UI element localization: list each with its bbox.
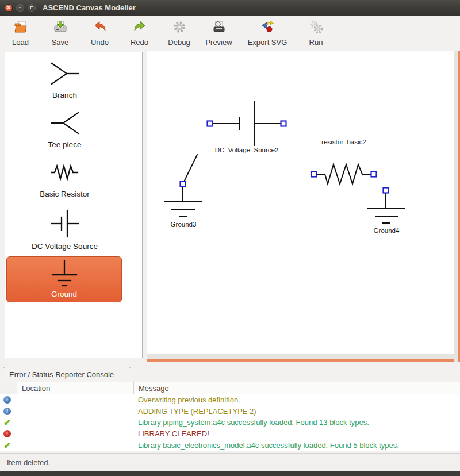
gears-icon: [309, 20, 324, 37]
open-folder-icon: [13, 20, 28, 37]
component-label: DC_Voltage_Source2: [204, 147, 290, 153]
console-table-header: Location Message: [0, 382, 460, 394]
palette-item-label: DC Voltage Source: [6, 242, 123, 251]
console-row[interactable]: ADDING TYPE (REPLACETYPE 2): [0, 406, 460, 417]
palette-item-label: Branch: [6, 91, 123, 99]
port[interactable]: [311, 172, 316, 177]
redo-label: Redo: [131, 38, 148, 47]
app-window: ✕ − ASCEND Canvas Modeller Load Save: [0, 0, 460, 476]
vertical-scrollbar-thumb[interactable]: [458, 51, 460, 362]
window-title: ASCEND Canvas Modeller: [43, 3, 136, 12]
tab-error-status-reporter-console[interactable]: Error / Status Reporter Console: [3, 367, 131, 382]
console-message-list: Overwriting previous definition. ADDING …: [0, 394, 460, 451]
resistor-symbol-icon: [51, 164, 79, 181]
save-drive-icon: [53, 20, 68, 37]
export-svg-label: Export SVG: [248, 38, 288, 47]
canvas-component-ground4[interactable]: [366, 187, 407, 227]
success-icon: [3, 442, 11, 449]
palette-item-ground[interactable]: Ground: [6, 256, 122, 302]
palette-item-basic-resistor[interactable]: Basic Resistor: [6, 164, 123, 198]
run-button[interactable]: Run: [300, 20, 332, 47]
console-message: LIBRARY CLEARED!: [138, 429, 209, 438]
redo-arrow-icon: [132, 20, 147, 37]
maximize-icon[interactable]: [28, 4, 36, 12]
undo-button[interactable]: Undo: [84, 20, 116, 47]
gear-icon: [172, 20, 187, 37]
console-row[interactable]: LIBRARY CLEARED!: [0, 428, 460, 440]
console-row[interactable]: Library piping_system.a4c successfully l…: [0, 417, 460, 428]
palette-item-label: Basic Resistor: [6, 190, 123, 198]
port[interactable]: [371, 172, 377, 177]
success-icon: [3, 419, 11, 426]
palette-item-tee-piece[interactable]: Tee piece: [6, 110, 123, 149]
palette-item-label: Ground: [7, 290, 121, 298]
redo-button[interactable]: Redo: [124, 20, 155, 47]
titlebar[interactable]: ✕ − ASCEND Canvas Modeller: [0, 0, 460, 16]
canvas-panel: DC_Voltage_Source2 resistor_basic2: [147, 51, 460, 363]
undo-arrow-icon: [93, 20, 108, 37]
debug-button[interactable]: Debug: [163, 20, 195, 47]
main-area: Branch Tee piece Basic Resistor DC V: [0, 51, 460, 363]
minimize-icon[interactable]: −: [16, 4, 24, 12]
canvas-component-resistor-basic2[interactable]: [309, 162, 378, 188]
print-preview-icon: [212, 20, 227, 37]
console-row[interactable]: Overwriting previous definition.: [0, 394, 460, 406]
console-message: Library basic_electronics_model.a4c succ…: [138, 441, 399, 450]
save-button[interactable]: Save: [44, 20, 76, 47]
palette-item-dc-voltage-source[interactable]: DC Voltage Source: [6, 209, 123, 251]
info-icon: [3, 396, 11, 404]
horizontal-scrollbar-thumb[interactable]: [147, 359, 460, 362]
tee-piece-symbol-icon: [49, 110, 80, 136]
dangling-wire[interactable]: [183, 155, 197, 184]
run-label: Run: [309, 38, 323, 47]
component-label: Ground3: [163, 221, 204, 228]
save-label: Save: [52, 38, 69, 47]
info-icon: [3, 408, 11, 415]
canvas-component-dc-voltage-source2[interactable]: [204, 98, 290, 151]
component-label: Ground4: [366, 227, 407, 234]
component-label: resistor_basic2: [309, 139, 378, 145]
tab-label: Error / Status Reporter Console: [9, 370, 114, 379]
statusbar: Item deleted.: [0, 453, 460, 471]
preview-button[interactable]: Preview: [203, 20, 235, 47]
column-header-location[interactable]: Location: [17, 382, 134, 394]
horizontal-scrollbar-track[interactable]: [147, 354, 460, 359]
column-header-icon[interactable]: [0, 382, 17, 394]
port[interactable]: [181, 182, 186, 187]
port[interactable]: [208, 121, 213, 126]
status-console: Error / Status Reporter Console Location…: [0, 363, 460, 453]
status-text: Item deleted.: [7, 458, 50, 467]
load-button[interactable]: Load: [5, 20, 36, 47]
console-row[interactable]: Library basic_electronics_model.a4c succ…: [0, 439, 460, 451]
toolbar: Load Save Undo Redo: [0, 16, 460, 51]
ground-symbol-icon: [51, 260, 78, 287]
branch-symbol-icon: [49, 60, 80, 87]
preview-label: Preview: [205, 38, 232, 47]
window-bottom-edge: [0, 471, 460, 476]
error-icon: [3, 430, 11, 437]
export-svg-icon: [260, 20, 275, 37]
export-svg-button[interactable]: Export SVG: [243, 20, 292, 47]
port[interactable]: [384, 188, 389, 193]
console-message: Overwriting previous definition.: [138, 396, 240, 404]
undo-label: Undo: [91, 38, 109, 47]
port[interactable]: [281, 121, 286, 126]
console-message: Library piping_system.a4c successfully l…: [138, 418, 369, 427]
column-header-message[interactable]: Message: [134, 382, 460, 394]
palette-item-branch[interactable]: Branch: [6, 60, 123, 99]
dc-voltage-source-symbol-icon: [51, 209, 79, 238]
close-icon[interactable]: ✕: [5, 4, 13, 12]
canvas-component-ground3[interactable]: [163, 153, 204, 220]
palette-item-label: Tee piece: [6, 140, 123, 149]
component-palette: Branch Tee piece Basic Resistor DC V: [5, 52, 143, 358]
console-message: ADDING TYPE (REPLACETYPE 2): [138, 407, 256, 416]
load-label: Load: [12, 38, 29, 47]
debug-label: Debug: [168, 38, 190, 47]
